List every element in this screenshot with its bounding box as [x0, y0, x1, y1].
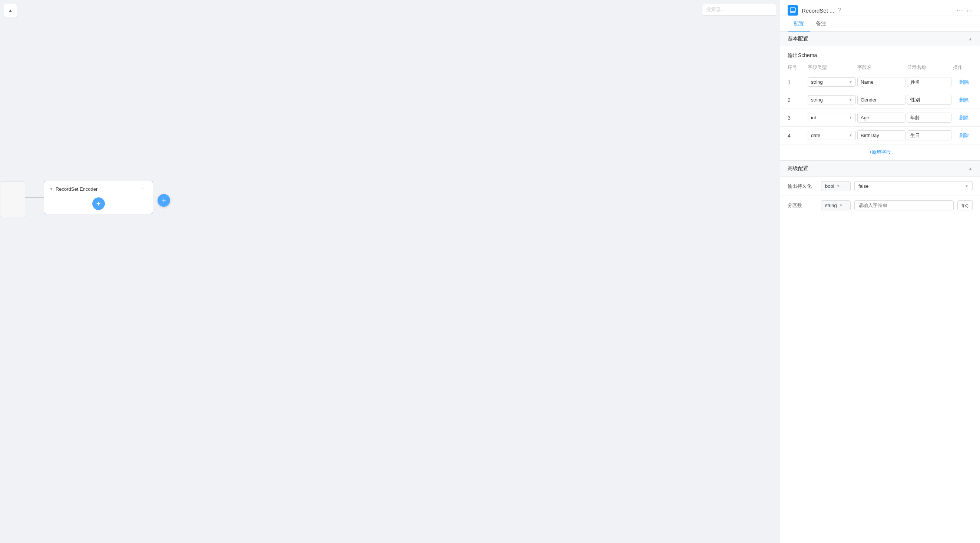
search-box[interactable]: 搜索流...	[702, 4, 776, 16]
persistence-value-select[interactable]: false ▼	[854, 181, 973, 191]
col-action: 操作	[953, 64, 975, 71]
persistence-type-value: bool	[825, 183, 834, 189]
basic-config-section-header: 基本配置 ▲	[780, 32, 980, 46]
row3-type-select[interactable]: int ▼	[808, 113, 856, 122]
partial-node-box	[0, 181, 25, 217]
partition-value-input[interactable]	[854, 200, 954, 210]
row1-num: 1	[788, 79, 806, 85]
table-row: 3 int ▼ 删除	[780, 109, 980, 127]
row4-field-input[interactable]	[858, 130, 905, 140]
tab-config[interactable]: 配置	[788, 17, 810, 32]
schema-label: 输出Schema	[780, 46, 980, 62]
panel-collapse-button[interactable]: ▭	[967, 7, 973, 14]
row2-delete-button[interactable]: 删除	[953, 97, 975, 103]
advanced-collapse-icon[interactable]: ▲	[968, 166, 973, 171]
svg-rect-0	[790, 8, 795, 11]
row4-type-select[interactable]: date ▼	[808, 131, 856, 140]
row3-delete-button[interactable]: 删除	[953, 114, 975, 121]
connector-line	[25, 197, 44, 198]
panel-title-row: RecordSet ... ?	[788, 5, 841, 16]
persistence-label: 输出持久化	[788, 183, 817, 190]
panel-actions: ··· ▭	[957, 7, 973, 14]
config-row-persistence: 输出持久化 bool ▼ false ▼	[780, 176, 980, 195]
row2-num: 2	[788, 97, 806, 103]
table-row: 1 string ▼ 删除	[780, 73, 980, 91]
node-inner-add-button[interactable]: +	[92, 197, 105, 210]
persistence-value-arrow: ▼	[965, 184, 969, 188]
row1-delete-button[interactable]: 删除	[953, 79, 975, 86]
help-icon[interactable]: ?	[838, 7, 842, 14]
panel-more-button[interactable]: ···	[957, 7, 963, 14]
row1-type-select[interactable]: string ▼	[808, 78, 856, 87]
row2-type-value: string	[811, 97, 823, 103]
panel-tabs: 配置 备注	[780, 17, 980, 32]
node-right-add-button[interactable]: +	[158, 194, 170, 207]
row1-type-value: string	[811, 79, 823, 85]
config-row-partition: 分区数 string ▼ f(x)	[780, 195, 980, 215]
search-placeholder: 搜索流...	[706, 6, 725, 13]
right-panel: RecordSet ... ? ··· ▭ 配置 备注 基本配置 ▲ 输出Sch…	[780, 0, 980, 543]
row2-field-input[interactable]	[858, 95, 905, 105]
row3-field-input[interactable]	[858, 113, 905, 122]
col-display: 显示名称	[907, 64, 951, 71]
node-menu-button[interactable]: ···	[140, 186, 148, 192]
partition-type-value: string	[825, 203, 837, 208]
node-add-container: +	[44, 197, 153, 214]
tab-notes[interactable]: 备注	[810, 17, 832, 32]
persistence-type-arrow: ▼	[837, 184, 840, 188]
panel-content: 基本配置 ▲ 输出Schema 序号 字段类型 字段名 显示名称 操作 1 st…	[780, 32, 980, 543]
row1-type-arrow: ▼	[849, 80, 853, 84]
advanced-config-section: 高级配置 ▲ 输出持久化 bool ▼ false ▼ 分区数 strin	[780, 160, 980, 215]
row3-type-value: int	[811, 115, 816, 121]
node-title-text: RecordSet Encoder	[56, 186, 97, 192]
basic-config-title: 基本配置	[788, 36, 808, 42]
add-field-button[interactable]: +新增字段	[780, 144, 980, 160]
row1-display-input[interactable]	[907, 77, 951, 87]
row3-display-input[interactable]	[907, 113, 951, 122]
connector	[25, 195, 46, 199]
recordset-encoder-node: ▼ RecordSet Encoder ··· +	[44, 181, 153, 214]
persistence-type-select[interactable]: bool ▼	[821, 181, 851, 191]
panel-title-text: RecordSet ...	[802, 7, 834, 14]
row4-delete-button[interactable]: 删除	[953, 132, 975, 139]
table-row: 4 date ▼ 删除	[780, 127, 980, 144]
row4-type-value: date	[811, 133, 820, 138]
row3-num: 3	[788, 115, 806, 121]
row3-type-arrow: ▼	[849, 116, 853, 120]
row1-field-input[interactable]	[858, 77, 905, 87]
partition-type-arrow: ▼	[839, 203, 843, 207]
row4-num: 4	[788, 133, 806, 138]
up-icon: ▲	[8, 8, 13, 13]
node-arrow-icon: ▼	[49, 187, 53, 191]
advanced-config-header: 高级配置 ▲	[780, 161, 980, 176]
partition-type-select[interactable]: string ▼	[821, 200, 851, 210]
table-row: 2 string ▼ 删除	[780, 91, 980, 109]
canvas-toolbar: ▲	[4, 4, 17, 17]
zoom-up-button[interactable]: ▲	[4, 4, 17, 17]
panel-icon	[788, 5, 798, 16]
row4-display-input[interactable]	[907, 130, 951, 140]
advanced-config-title: 高级配置	[788, 165, 808, 172]
canvas-area: ▲ 搜索流... ▼ RecordSet Encoder ··· + +	[0, 0, 780, 543]
schema-table-header: 序号 字段类型 字段名 显示名称 操作	[780, 62, 980, 73]
row2-type-arrow: ▼	[849, 98, 853, 102]
fx-button[interactable]: f(x)	[958, 200, 973, 210]
col-field: 字段名	[858, 64, 905, 71]
row2-display-input[interactable]	[907, 95, 951, 105]
panel-header: RecordSet ... ? ··· ▭	[780, 0, 980, 16]
persistence-value-text: false	[858, 183, 869, 189]
row4-type-arrow: ▼	[849, 133, 853, 137]
node-header: ▼ RecordSet Encoder ···	[44, 181, 153, 197]
col-type: 字段类型	[808, 64, 856, 71]
partition-label: 分区数	[788, 202, 817, 209]
basic-config-collapse-icon[interactable]: ▲	[968, 36, 973, 41]
row2-type-select[interactable]: string ▼	[808, 95, 856, 105]
node-title-row: ▼ RecordSet Encoder	[49, 186, 97, 192]
col-num: 序号	[788, 64, 806, 71]
